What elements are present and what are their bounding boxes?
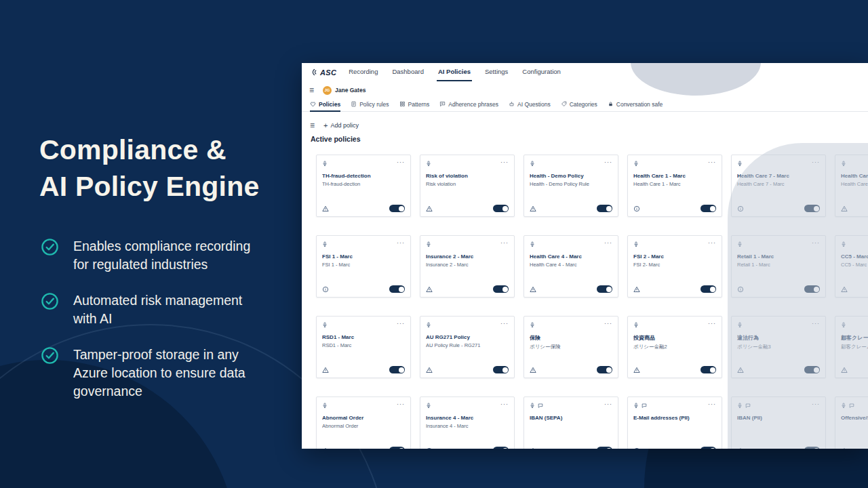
more-options-icon[interactable]: ··· <box>604 160 612 165</box>
card-channel-icons <box>322 241 328 248</box>
policy-card[interactable]: ··· Health - Demo Policy Health - Demo P… <box>524 155 618 217</box>
logo-text: ASC <box>320 68 336 77</box>
policy-toggle[interactable] <box>493 366 509 373</box>
tab-policy-rules[interactable]: Policy rules <box>351 98 389 112</box>
policy-card[interactable]: ··· FSI 1 - Marc FSI 1 - Marc <box>316 235 411 298</box>
policy-subtitle: TH-fraud-dection <box>322 181 405 187</box>
policy-toggle[interactable] <box>493 447 509 449</box>
nav-ai-policies[interactable]: AI Policies <box>437 63 472 81</box>
card-top: ··· <box>530 241 612 249</box>
policy-card[interactable]: ··· TH-fraud-detection TH-fraud-dection <box>316 155 411 217</box>
policy-toggle[interactable] <box>493 285 509 293</box>
policy-toggle[interactable] <box>389 205 405 212</box>
policy-card[interactable]: ··· IBAN (SEPA) <box>524 396 618 449</box>
policy-toggle[interactable] <box>701 366 716 373</box>
policy-card[interactable]: ··· Health Care 1 - Marc Health Care 1 -… <box>627 155 722 217</box>
mic-icon <box>530 321 535 329</box>
more-options-icon[interactable]: ··· <box>604 241 612 245</box>
asc-logo: ASC <box>310 63 336 81</box>
policy-card[interactable]: ··· E-Mail addresses (PII) <box>627 396 722 449</box>
tab-policies[interactable]: Policies <box>310 98 340 112</box>
policy-toggle[interactable] <box>389 366 405 373</box>
more-options-icon[interactable]: ··· <box>604 402 612 407</box>
card-top: ··· <box>322 241 405 249</box>
nav-settings[interactable]: Settings <box>484 63 509 81</box>
menu-icon[interactable]: ≡ <box>309 86 314 94</box>
policy-card[interactable]: ··· 保険 ポリシー保険 <box>524 316 618 378</box>
more-options-icon[interactable]: ··· <box>397 321 405 326</box>
card-top: ··· <box>426 402 509 410</box>
policy-toggle[interactable] <box>389 285 405 293</box>
card-bottom <box>737 366 820 373</box>
more-options-icon[interactable]: ··· <box>500 160 509 165</box>
more-options-icon[interactable]: ··· <box>708 241 716 245</box>
user-menu[interactable]: JG Jane Gates <box>323 86 366 95</box>
policy-toggle[interactable] <box>804 366 820 373</box>
more-options-icon[interactable]: ··· <box>812 402 820 407</box>
menu-icon[interactable]: ≡ <box>310 121 315 129</box>
policy-card[interactable]: ··· Health Care 7 - Marc Health Care 7 -… <box>731 155 826 217</box>
policy-card[interactable]: ··· IBAN (PII) <box>731 396 826 449</box>
policy-toggle[interactable] <box>701 285 716 293</box>
policy-card[interactable]: ··· RSD1 - Marc RSD1 - Marc <box>316 316 411 378</box>
tab-patterns[interactable]: Patterns <box>399 98 430 112</box>
more-options-icon[interactable]: ··· <box>397 402 405 407</box>
tab-ai-questions[interactable]: AI Questions <box>509 98 551 112</box>
card-top: ··· <box>633 321 716 329</box>
policy-card[interactable]: ··· Health Care Health Care 7 <box>835 155 868 217</box>
toggle-knob <box>606 287 612 292</box>
policy-toggle[interactable] <box>597 366 612 373</box>
policy-toggle[interactable] <box>804 447 820 449</box>
tab-adherence-phrases[interactable]: Adherence phrases <box>439 98 498 112</box>
policy-card[interactable]: ··· 違法行為 ポリシー金融3 <box>731 316 826 378</box>
policy-subtitle: FSI 2- Marc <box>633 262 716 268</box>
more-options-icon[interactable]: ··· <box>500 321 509 326</box>
more-options-icon[interactable]: ··· <box>708 321 716 326</box>
policy-toggle[interactable] <box>597 447 612 449</box>
card-bottom <box>322 205 405 212</box>
more-options-icon[interactable]: ··· <box>708 402 716 407</box>
add-policy-button[interactable]: + Add policy <box>323 122 359 129</box>
card-channel-icons <box>530 321 535 329</box>
policy-card[interactable]: ··· AU RG271 Policy AU Policy Rule - RG2… <box>420 316 515 378</box>
nav-recording[interactable]: Recording <box>347 63 379 81</box>
card-channel-icons <box>633 321 639 329</box>
policy-subtitle: Insurance 2 - Marc <box>426 262 509 268</box>
more-options-icon[interactable]: ··· <box>500 402 509 407</box>
more-options-icon[interactable]: ··· <box>604 321 612 326</box>
policy-card[interactable]: ··· FSI 2 - Marc FSI 2- Marc <box>627 235 722 298</box>
more-options-icon[interactable]: ··· <box>812 321 820 326</box>
more-options-icon[interactable]: ··· <box>812 241 820 245</box>
card-channel-icons <box>426 321 431 329</box>
policy-toggle[interactable] <box>389 447 405 449</box>
policy-toggle[interactable] <box>804 285 820 293</box>
policy-card[interactable]: ··· Abnormal Order Abnormal Order <box>316 396 411 449</box>
policy-toggle[interactable] <box>701 447 716 449</box>
policy-toggle[interactable] <box>597 205 612 212</box>
policy-card[interactable]: ··· 顧客クレーム 顧客クレーム <box>835 316 868 378</box>
policy-title: FSI 1 - Marc <box>322 253 405 260</box>
more-options-icon[interactable]: ··· <box>397 241 405 245</box>
more-options-icon[interactable]: ··· <box>397 160 405 165</box>
policy-toggle[interactable] <box>804 205 820 212</box>
policy-toggle[interactable] <box>493 205 509 212</box>
policy-toggle[interactable] <box>597 285 612 293</box>
policy-toggle[interactable] <box>701 205 716 212</box>
policy-card[interactable]: ··· Insurance 4 - Marc Insurance 4 - Mar… <box>420 396 515 449</box>
tab-conversation-safe[interactable]: Conversation safe <box>608 98 663 112</box>
tab-categories[interactable]: Categories <box>561 98 597 112</box>
card-top: ··· <box>322 160 405 168</box>
policy-card[interactable]: ··· Risk of violation Risk violation <box>420 155 515 217</box>
policy-card[interactable]: ··· Insurance 2 - Marc Insurance 2 - Mar… <box>420 235 515 298</box>
more-options-icon[interactable]: ··· <box>500 241 509 245</box>
policy-card[interactable]: ··· Offensive/S <box>835 396 868 449</box>
policy-card[interactable]: ··· 投資商品 ポリシー金融2 <box>627 316 722 378</box>
nav-dashboard[interactable]: Dashboard <box>391 63 425 81</box>
tab-label: Policies <box>319 101 340 108</box>
nav-configuration[interactable]: Configuration <box>521 63 562 81</box>
more-options-icon[interactable]: ··· <box>812 160 820 165</box>
policy-card[interactable]: ··· Health Care 4 - Marc Health Care 4 -… <box>524 235 618 298</box>
more-options-icon[interactable]: ··· <box>708 160 716 165</box>
policy-card[interactable]: ··· Retail 1 - Marc Retail 1 - Marc <box>731 235 826 298</box>
policy-card[interactable]: ··· CC5 - Marc CC5 - Marc <box>835 235 868 298</box>
